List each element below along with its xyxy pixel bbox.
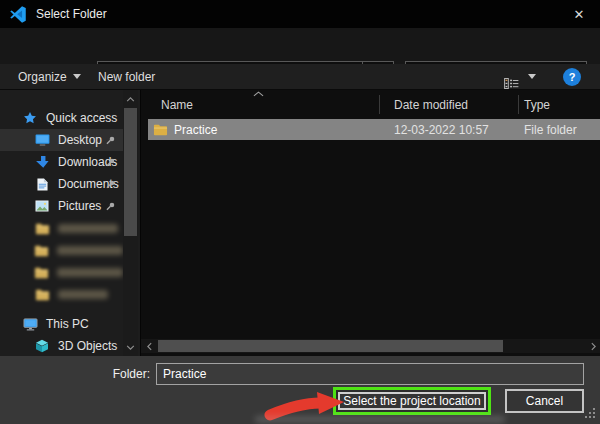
column-header-name[interactable]: Name [161, 98, 193, 112]
sidebar-item-this-pc[interactable]: This PC [0, 313, 123, 335]
scroll-right-button[interactable] [586, 339, 600, 353]
window-title: Select Folder [36, 7, 107, 21]
navigation-bar: ← → ↑ This PCDesktop [0, 28, 600, 64]
annotation-green-highlight: Select the project location [333, 387, 491, 415]
sidebar-item-label: 3D Objects [58, 339, 117, 353]
download-icon [34, 156, 50, 168]
column-separator [379, 95, 380, 114]
scroll-up-button[interactable] [123, 92, 138, 106]
cube-icon [34, 339, 50, 353]
blurred-label [57, 246, 123, 255]
sort-ascending-icon [253, 91, 264, 97]
document-icon [34, 178, 50, 191]
triangle-down-icon [73, 74, 81, 79]
dialog-body: Quick accessDesktopDownloadsDocumentsPic… [0, 90, 600, 356]
folder-icon [34, 222, 50, 235]
blurred-label [58, 290, 108, 299]
file-list-pane: NameDate modifiedType Practice12-03-2022… [140, 90, 600, 356]
details-view-icon [504, 78, 519, 89]
folder-icon [34, 266, 49, 279]
column-header-type[interactable]: Type [524, 98, 550, 112]
column-header-date-modified[interactable]: Date modified [394, 98, 468, 112]
resize-grip[interactable] [585, 408, 596, 419]
sidebar-item-blurred[interactable] [0, 217, 123, 239]
navigation-pane: Quick accessDesktopDownloadsDocumentsPic… [0, 90, 140, 356]
blurred-background-text [255, 416, 505, 423]
sidebar-scrollbar-thumb[interactable] [124, 108, 137, 236]
new-folder-button[interactable]: New folder [98, 64, 155, 89]
monitor-icon [34, 134, 50, 146]
select-folder-dialog: Select Folder ✕ ← → ↑ This PCDesktop Org… [0, 0, 600, 424]
organize-button[interactable]: Organize [18, 64, 81, 89]
folder-name-input[interactable] [156, 363, 584, 385]
sidebar-item-downloads[interactable]: Downloads [0, 151, 123, 173]
sidebar-item-3d-objects[interactable]: 3D Objects [0, 335, 123, 356]
file-type: File folder [524, 123, 577, 137]
sidebar-item-label: Desktop [58, 133, 102, 147]
help-button[interactable]: ? [563, 68, 581, 86]
folder-icon [34, 288, 50, 301]
star-icon [22, 111, 38, 125]
sidebar-item-label: This PC [46, 317, 89, 331]
sidebar-item-documents[interactable]: Documents [0, 173, 123, 195]
file-row-practice[interactable]: Practice12-03-2022 10:57File folder [148, 119, 600, 140]
sidebar-item-blurred[interactable] [0, 261, 123, 283]
sidebar-scrollbar[interactable] [123, 90, 138, 356]
vscode-logo-icon [9, 5, 27, 23]
blurred-label [57, 268, 123, 277]
picture-icon [34, 200, 50, 212]
command-toolbar: Organize New folder ? [0, 64, 600, 90]
scroll-down-button[interactable] [123, 340, 138, 354]
pin-icon [102, 157, 118, 168]
pc-icon [22, 318, 38, 331]
dialog-footer: Folder: Select the project location Canc… [0, 356, 600, 424]
sidebar-item-label: Quick access [46, 111, 117, 125]
select-project-location-button[interactable]: Select the project location [338, 392, 486, 410]
pin-icon [102, 201, 118, 212]
sidebar-item-blurred[interactable] [0, 283, 123, 305]
column-separator [518, 95, 519, 114]
horizontal-scrollbar[interactable] [141, 339, 600, 353]
sidebar-item-desktop[interactable]: Desktop [0, 129, 123, 151]
folder-icon [34, 244, 49, 257]
sidebar-list: Quick accessDesktopDownloadsDocumentsPic… [0, 107, 123, 356]
view-dropdown-icon[interactable] [528, 74, 536, 79]
blurred-label [58, 224, 118, 233]
horizontal-scrollbar-thumb[interactable] [158, 340, 503, 352]
titlebar: Select Folder ✕ [0, 0, 600, 28]
pin-icon [102, 135, 118, 146]
sidebar-item-blurred[interactable] [0, 239, 123, 261]
sidebar-item-label: Pictures [58, 199, 101, 213]
file-date-modified: 12-03-2022 10:57 [394, 123, 489, 137]
folder-label: Folder: [104, 367, 150, 381]
close-button[interactable]: ✕ [558, 0, 600, 28]
file-name: Practice [174, 123, 217, 137]
sidebar-item-pictures[interactable]: Pictures [0, 195, 123, 217]
scroll-left-button[interactable] [142, 339, 156, 353]
cancel-button[interactable]: Cancel [505, 389, 584, 413]
folder-icon [153, 123, 168, 136]
column-headers: NameDate modifiedType [141, 90, 600, 119]
pin-icon [102, 179, 118, 190]
sidebar-item-quick-access[interactable]: Quick access [0, 107, 123, 129]
question-mark-icon: ? [569, 71, 576, 83]
